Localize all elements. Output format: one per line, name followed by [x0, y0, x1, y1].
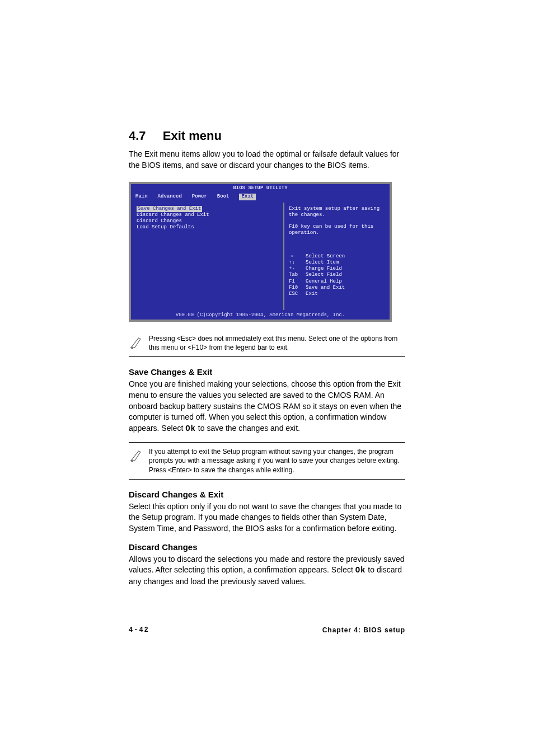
- bios-title: BIOS SETUP UTILITY: [131, 184, 390, 192]
- key-pm: +-: [289, 266, 306, 272]
- subhead-discard: Discard Changes: [129, 542, 405, 552]
- bios-tabs: Main Advanced Power Boot Exit: [131, 192, 390, 201]
- note-esc-text: Pressing <Esc> does not immediately exit…: [149, 334, 405, 352]
- bios-help: Exit system setup after saving the chang…: [283, 203, 388, 310]
- bios-desc1: Exit system setup after saving the chang…: [289, 206, 384, 219]
- subhead-save-exit: Save Changes & Exit: [129, 367, 405, 377]
- tab-main: Main: [135, 194, 148, 200]
- key-pm-label: Change Field: [306, 266, 342, 272]
- body-discard: Allows you to discard the selections you…: [129, 554, 405, 588]
- note-esc: Pressing <Esc> does not immediately exit…: [129, 330, 405, 357]
- tab-power: Power: [192, 194, 207, 200]
- key-f1-label: General Help: [306, 279, 342, 285]
- bios-copyright: V00.00 (C)Copyright 1985-2004, American …: [131, 311, 390, 320]
- bios-screenshot: BIOS SETUP UTILITY Main Advanced Power B…: [129, 182, 392, 322]
- menu-load-defaults: Load Setup Defaults: [137, 224, 279, 231]
- page-number: 4-42: [129, 626, 149, 634]
- ok-bold-2: Ok: [355, 566, 366, 575]
- section-heading: 4.7 Exit menu: [129, 129, 405, 143]
- tab-advanced: Advanced: [158, 194, 182, 200]
- subhead-discard-exit: Discard Changes & Exit: [129, 490, 405, 499]
- key-f10-label: Save and Exit: [306, 285, 345, 291]
- chapter-title: Chapter 4: BIOS setup: [322, 626, 405, 634]
- body-save-exit-b: to save the changes and exit.: [196, 424, 300, 433]
- key-esc: ESC: [289, 291, 306, 297]
- heading-title: Exit menu: [163, 129, 222, 143]
- menu-save-exit: Save Changes and Exit: [137, 206, 202, 212]
- body-discard-exit: Select this option only if you do not wa…: [129, 501, 405, 534]
- tab-exit: Exit: [239, 194, 256, 200]
- page-footer: 4-42 Chapter 4: BIOS setup: [129, 626, 405, 634]
- ok-bold-1: Ok: [185, 424, 196, 433]
- menu-discard: Discard Changes: [137, 218, 279, 224]
- page: 4.7 Exit menu The Exit menu items allow …: [0, 0, 534, 668]
- key-ud: ↑↓: [289, 260, 306, 266]
- note-icon: [129, 447, 149, 475]
- tab-boot: Boot: [217, 194, 229, 200]
- body-save-exit: Once you are finished making your select…: [129, 379, 405, 434]
- key-tab: Tab: [289, 272, 306, 278]
- bios-keys: →←Select Screen ↑↓Select Item +-Change F…: [289, 253, 384, 298]
- note-exit-prompt-text: If you attempt to exit the Setup program…: [149, 447, 405, 475]
- key-tab-label: Select Field: [306, 272, 342, 278]
- menu-discard-exit: Discard Changes and Exit: [137, 212, 279, 218]
- bios-body: Save Changes and Exit Discard Changes an…: [131, 201, 390, 311]
- key-f10: F10: [289, 285, 306, 291]
- heading-number: 4.7: [129, 129, 146, 143]
- key-esc-label: Exit: [306, 291, 318, 297]
- key-ud-label: Select Item: [306, 260, 339, 266]
- note-exit-prompt: If you attempt to exit the Setup program…: [129, 442, 405, 480]
- key-f1: F1: [289, 279, 306, 285]
- bios-desc2: F10 key can be used for this operation.: [289, 224, 384, 237]
- intro-text: The Exit menu items allow you to load th…: [129, 149, 405, 171]
- key-lr: →←: [289, 253, 306, 260]
- bios-menu: Save Changes and Exit Discard Changes an…: [132, 203, 283, 310]
- key-lr-label: Select Screen: [306, 253, 345, 260]
- note-icon: [129, 334, 149, 352]
